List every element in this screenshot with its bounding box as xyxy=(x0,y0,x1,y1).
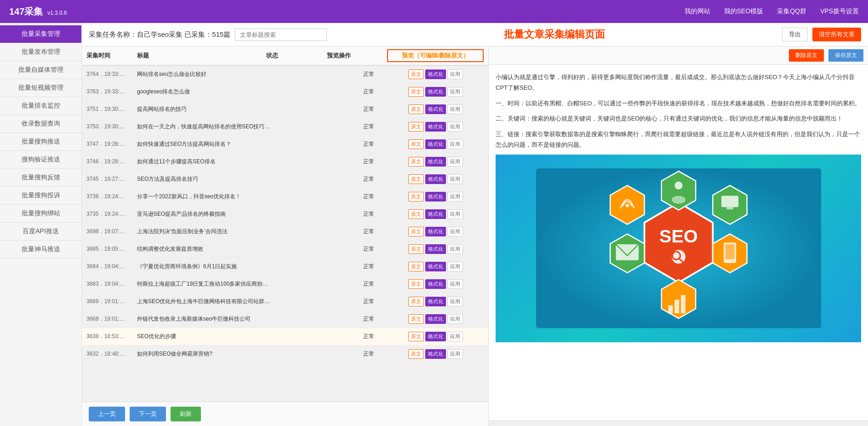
sidebar-item-sogou-bind[interactable]: 批量搜狗绑站 xyxy=(0,205,81,223)
yingyong-button[interactable]: 应用 xyxy=(447,192,463,201)
refresh-button[interactable]: 刷新 xyxy=(171,407,201,421)
td-status: 正常 xyxy=(350,158,387,166)
yingyong-button[interactable]: 应用 xyxy=(447,69,463,79)
td-time: 3745．19:27:… xyxy=(86,175,137,183)
table-row: 3735．19:24:… 亚马逊SEO提高产品排名的终极指南 正常 原文 格式化… xyxy=(82,206,488,223)
nav-seo-template[interactable]: 我的SEO模版 xyxy=(724,7,764,16)
td-time: 3751．19:30:… xyxy=(86,105,137,113)
yuanwen-button[interactable]: 原文 xyxy=(408,87,424,97)
table-row: 3764．19:33:… 网站排名seo怎么做会比较好 正常 原文 格式化 应用 xyxy=(82,66,488,83)
yuanwen-button[interactable]: 原文 xyxy=(408,122,424,132)
yingyong-button[interactable]: 应用 xyxy=(447,157,463,167)
yingyong-button[interactable]: 应用 xyxy=(447,297,463,306)
yingyong-button[interactable]: 应用 xyxy=(447,349,463,359)
td-status: 正常 xyxy=(350,333,387,340)
yuanwen-button[interactable]: 原文 xyxy=(408,262,424,271)
table-row: 3683．19:04:… 特斯拉上海超级工厂19日复工推动100多家供应商协… … xyxy=(82,276,488,293)
search-input[interactable] xyxy=(235,29,327,41)
table-row: 3763．19:33:… googleseo排名怎么做 正常 原文 格式化 应用 xyxy=(82,83,488,101)
geshi-button[interactable]: 格式化 xyxy=(425,122,446,132)
yuanwen-button[interactable]: 原文 xyxy=(408,297,424,306)
export-button[interactable]: 导出 xyxy=(782,28,808,41)
geshi-button[interactable]: 格式化 xyxy=(425,332,446,341)
nav-qq-group[interactable]: 采集QQ群 xyxy=(777,7,806,16)
yuanwen-button[interactable]: 原文 xyxy=(408,244,424,254)
nav-vps-settings[interactable]: VPS拨号设置 xyxy=(820,7,859,16)
td-time: 3747．19:28:… xyxy=(86,140,137,148)
article-table: 采集时间 标题 状态 预览操作 预览（可编辑/删除原文） 3764．19:33:… xyxy=(82,46,489,426)
sidebar-item-sogou-verify[interactable]: 搜狗验证推送 xyxy=(0,151,81,169)
yuanwen-button[interactable]: 原文 xyxy=(408,69,424,79)
preview-scrollbar[interactable] xyxy=(489,420,868,426)
sidebar-item-sogou-complaint[interactable]: 批量搜狗投诉 xyxy=(0,187,81,205)
td-status: 正常 xyxy=(350,70,387,78)
sidebar-item-publish[interactable]: 批量发布管理 xyxy=(0,43,81,61)
nav-my-website[interactable]: 我的网站 xyxy=(685,7,710,16)
td-ops: 原文 格式化 应用 xyxy=(387,244,484,254)
td-status: 正常 xyxy=(350,350,387,358)
yingyong-button[interactable]: 应用 xyxy=(447,122,463,132)
sidebar-item-video[interactable]: 批量短视频管理 xyxy=(0,79,81,97)
yingyong-button[interactable]: 应用 xyxy=(447,314,463,324)
yuanwen-button[interactable]: 原文 xyxy=(408,157,424,167)
sidebar-item-sogou-feedback[interactable]: 批量搜狗反馈 xyxy=(0,169,81,187)
geshi-button[interactable]: 格式化 xyxy=(425,297,446,306)
yingyong-button[interactable]: 应用 xyxy=(447,209,463,219)
svg-rect-16 xyxy=(668,305,673,313)
yuanwen-button[interactable]: 原文 xyxy=(408,192,424,201)
geshi-button[interactable]: 格式化 xyxy=(425,279,446,289)
geshi-button[interactable]: 格式化 xyxy=(425,192,446,201)
sidebar-item-rank-monitor[interactable]: 批量排名监控 xyxy=(0,97,81,115)
yingyong-button[interactable]: 应用 xyxy=(447,227,463,236)
geshi-button[interactable]: 格式化 xyxy=(425,209,446,219)
yuanwen-button[interactable]: 原文 xyxy=(408,314,424,324)
geshi-button[interactable]: 格式化 xyxy=(425,87,446,97)
td-ops: 原文 格式化 应用 xyxy=(387,174,484,184)
yuanwen-button[interactable]: 原文 xyxy=(408,332,424,341)
sidebar-item-collect[interactable]: 批量采集管理 xyxy=(0,25,81,43)
yuanwen-button[interactable]: 原文 xyxy=(408,209,424,219)
yingyong-button[interactable]: 应用 xyxy=(447,174,463,184)
yuanwen-button[interactable]: 原文 xyxy=(408,104,424,114)
geshi-button[interactable]: 格式化 xyxy=(425,314,446,324)
td-time: 3764．19:33:… xyxy=(86,70,137,78)
geshi-button[interactable]: 格式化 xyxy=(425,262,446,271)
sidebar-item-baidu-api[interactable]: 百度API推送 xyxy=(0,223,81,241)
yingyong-button[interactable]: 应用 xyxy=(447,279,463,289)
yingyong-button[interactable]: 应用 xyxy=(447,244,463,254)
yuanwen-button[interactable]: 原文 xyxy=(408,349,424,359)
geshi-button[interactable]: 格式化 xyxy=(425,244,446,254)
table-header: 采集时间 标题 状态 预览操作 预览（可编辑/删除原文） xyxy=(82,46,488,66)
sidebar-item-index-query[interactable]: 收录数据查询 xyxy=(0,115,81,133)
td-status: 正常 xyxy=(350,88,387,96)
geshi-button[interactable]: 格式化 xyxy=(425,104,446,114)
yingyong-button[interactable]: 应用 xyxy=(447,332,463,341)
sidebar-item-shenma-push[interactable]: 批量神马推送 xyxy=(0,241,81,259)
yingyong-button[interactable]: 应用 xyxy=(447,87,463,97)
yingyong-button[interactable]: 应用 xyxy=(447,262,463,271)
geshi-button[interactable]: 格式化 xyxy=(425,227,446,236)
clear-all-button[interactable]: 清空所有文章 xyxy=(812,28,861,41)
sidebar-item-sogou-push[interactable]: 批量搜狗推送 xyxy=(0,133,81,151)
delete-original-button[interactable]: 删除原文 xyxy=(789,49,824,62)
sidebar-item-media[interactable]: 批量自媒体管理 xyxy=(0,61,81,79)
yuanwen-button[interactable]: 原文 xyxy=(408,279,424,289)
geshi-button[interactable]: 格式化 xyxy=(425,69,446,79)
geshi-button[interactable]: 格式化 xyxy=(425,349,446,359)
yuanwen-button[interactable]: 原文 xyxy=(408,174,424,184)
td-time: 3638．18:53:… xyxy=(86,333,137,340)
td-ops: 原文 格式化 应用 xyxy=(387,157,484,167)
td-ops: 原文 格式化 应用 xyxy=(387,262,484,271)
td-time: 3683．19:04:… xyxy=(86,280,137,288)
next-page-button[interactable]: 下一页 xyxy=(130,407,166,421)
prev-page-button[interactable]: 上一页 xyxy=(89,407,125,421)
yingyong-button[interactable]: 应用 xyxy=(447,104,463,114)
geshi-button[interactable]: 格式化 xyxy=(425,157,446,167)
geshi-button[interactable]: 格式化 xyxy=(425,174,446,184)
geshi-button[interactable]: 格式化 xyxy=(425,139,446,149)
save-original-button[interactable]: 保存原文 xyxy=(828,49,863,62)
yuanwen-button[interactable]: 原文 xyxy=(408,139,424,149)
yuanwen-button[interactable]: 原文 xyxy=(408,227,424,236)
header-nav: 我的网站 我的SEO模版 采集QQ群 VPS拨号设置 xyxy=(685,7,859,16)
yingyong-button[interactable]: 应用 xyxy=(447,139,463,149)
